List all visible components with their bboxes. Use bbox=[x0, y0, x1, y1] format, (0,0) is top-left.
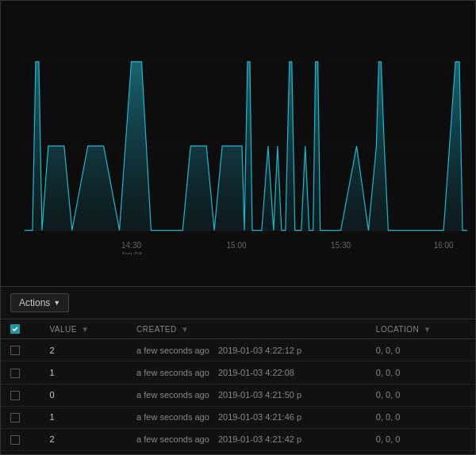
table-row: 2 a few seconds ago 2019-01-03 4:21:42 p… bbox=[1, 428, 475, 450]
row-location-4: 0, 0, 0 bbox=[367, 428, 475, 450]
table-row: 1 a few seconds ago 2019-01-03 4:22:08 0… bbox=[1, 361, 475, 384]
data-table: VALUE ▼ CREATED ▼ LOCATION ▼ bbox=[1, 319, 475, 451]
created-absolute-1: 2019-01-03 4:22:08 bbox=[218, 368, 294, 377]
th-value[interactable]: VALUE ▼ bbox=[40, 319, 127, 339]
header-checkbox[interactable] bbox=[10, 324, 20, 334]
row-created-3: a few seconds ago 2019-01-03 4:21:46 p bbox=[127, 406, 367, 428]
row-checkbox-3[interactable] bbox=[10, 413, 20, 422]
row-created-1: a few seconds ago 2019-01-03 4:22:08 bbox=[127, 361, 367, 384]
actions-label: Actions bbox=[19, 297, 50, 308]
row-location-2: 0, 0, 0 bbox=[367, 384, 475, 406]
row-checkbox-0[interactable] bbox=[10, 346, 20, 355]
row-value-1: 1 bbox=[40, 361, 127, 384]
table-body: 2 a few seconds ago 2019-01-03 4:22:12 p… bbox=[1, 339, 475, 450]
table-row: 2 a few seconds ago 2019-01-03 4:22:12 p… bbox=[1, 339, 475, 361]
toolbar: Actions ▼ bbox=[1, 286, 475, 319]
svg-text:Jan 03: Jan 03 bbox=[121, 250, 142, 254]
row-value-4: 2 bbox=[40, 428, 127, 450]
row-checkbox-cell bbox=[1, 361, 40, 384]
row-location-1: 0, 0, 0 bbox=[367, 361, 475, 384]
actions-button[interactable]: Actions ▼ bbox=[10, 293, 69, 312]
row-checkbox-2[interactable] bbox=[10, 391, 20, 400]
dropdown-arrow-icon: ▼ bbox=[53, 299, 60, 307]
row-checkbox-cell bbox=[1, 428, 40, 450]
chart-area: 0 1 2 14:30 Jan 03 15:00 15:30 16:00 bbox=[1, 1, 475, 286]
table-header: VALUE ▼ CREATED ▼ LOCATION ▼ bbox=[1, 319, 475, 339]
created-relative-3: a few seconds ago bbox=[136, 412, 209, 422]
created-absolute-3: 2019-01-03 4:21:46 p bbox=[218, 412, 301, 422]
table-row: 1 a few seconds ago 2019-01-03 4:21:46 p… bbox=[1, 406, 475, 428]
time-series-chart: 0 1 2 14:30 Jan 03 15:00 15:30 16:00 bbox=[25, 13, 467, 254]
created-relative-4: a few seconds ago bbox=[136, 434, 209, 444]
value-sort-icon: ▼ bbox=[81, 325, 89, 334]
row-checkbox-cell bbox=[1, 384, 40, 406]
row-value-0: 2 bbox=[40, 339, 127, 361]
row-value-2: 0 bbox=[40, 384, 127, 406]
row-location-3: 0, 0, 0 bbox=[367, 406, 475, 428]
row-created-4: a few seconds ago 2019-01-03 4:21:42 p bbox=[127, 428, 367, 450]
created-absolute-0: 2019-01-03 4:22:12 p bbox=[218, 346, 301, 355]
data-table-container: VALUE ▼ CREATED ▼ LOCATION ▼ bbox=[1, 319, 475, 454]
row-checkbox-cell bbox=[1, 339, 40, 361]
row-created-0: a few seconds ago 2019-01-03 4:22:12 p bbox=[127, 339, 367, 361]
svg-text:15:00: 15:00 bbox=[227, 241, 247, 250]
created-absolute-2: 2019-01-03 4:21:50 p bbox=[218, 390, 301, 400]
main-container: 0 1 2 14:30 Jan 03 15:00 15:30 16:00 bbox=[0, 0, 476, 455]
row-checkbox-4[interactable] bbox=[10, 435, 20, 445]
th-checkbox bbox=[1, 319, 40, 339]
created-absolute-4: 2019-01-03 4:21:42 p bbox=[218, 434, 301, 444]
svg-text:15:30: 15:30 bbox=[331, 241, 351, 250]
row-checkbox-cell bbox=[1, 406, 40, 428]
svg-text:16:00: 16:00 bbox=[434, 241, 454, 250]
row-checkbox-1[interactable] bbox=[10, 369, 20, 378]
created-relative-0: a few seconds ago bbox=[136, 346, 209, 355]
row-location-0: 0, 0, 0 bbox=[367, 339, 475, 361]
svg-text:14:30: 14:30 bbox=[121, 241, 141, 250]
table-row: 0 a few seconds ago 2019-01-03 4:21:50 p… bbox=[1, 384, 475, 406]
th-created[interactable]: CREATED ▼ bbox=[127, 319, 367, 339]
created-relative-2: a few seconds ago bbox=[136, 390, 209, 400]
row-value-3: 1 bbox=[40, 406, 127, 428]
created-sort-icon: ▼ bbox=[181, 325, 189, 334]
th-location[interactable]: LOCATION ▼ bbox=[367, 319, 475, 339]
created-relative-1: a few seconds ago bbox=[136, 368, 209, 377]
location-sort-icon: ▼ bbox=[424, 325, 432, 334]
row-created-2: a few seconds ago 2019-01-03 4:21:50 p bbox=[127, 384, 367, 406]
